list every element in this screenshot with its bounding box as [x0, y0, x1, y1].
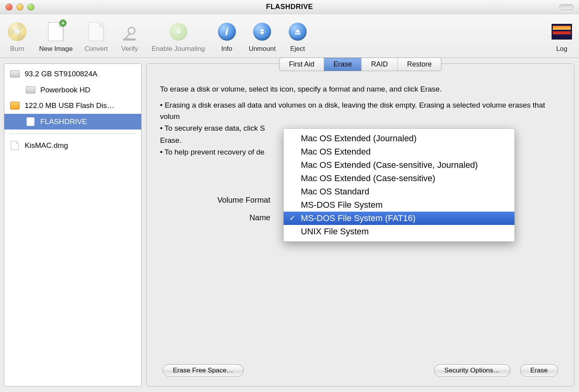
new-image-label: New Image [39, 45, 73, 53]
log-label: Log [556, 45, 567, 53]
window-title: FLASHDRIVE [0, 3, 579, 11]
harddisk-icon [26, 86, 35, 94]
info-button[interactable]: i Info [217, 22, 237, 53]
sidebar-separator [10, 133, 136, 134]
dmg-icon [11, 141, 19, 150]
titlebar: FLASHDRIVE [0, 0, 579, 14]
svg-rect-1 [123, 38, 136, 40]
verify-icon [120, 22, 140, 42]
format-option[interactable]: Mac OS Extended (Case-sensitive) [284, 172, 514, 185]
new-image-button[interactable]: + New Image [39, 22, 73, 53]
volume-icon [27, 117, 34, 126]
enable-journaling-label: Enable Journaling [152, 45, 205, 53]
erase-intro-text: To erase a disk or volume, select its ic… [160, 85, 561, 94]
sidebar-item-label: 93.2 GB ST9100824A [25, 68, 97, 80]
volume-format-label: Volume Format [195, 196, 273, 205]
format-option[interactable]: UNIX File System [284, 225, 514, 238]
info-label: Info [221, 45, 232, 53]
sidebar-item-label: 122.0 MB USB Flash Dis… [25, 100, 114, 111]
burn-icon [8, 22, 27, 41]
sidebar-volume-flashdrive[interactable]: FLASHDRIVE [4, 114, 141, 130]
sidebar-item-label: FLASHDRIVE [40, 116, 87, 128]
sidebar-volume-powerbook[interactable]: Powerbook HD [4, 82, 141, 98]
enable-journaling-button[interactable]: Enable Journaling [152, 22, 205, 53]
format-option[interactable]: MS-DOS File System [284, 198, 514, 212]
toolbar-toggle-pill[interactable] [559, 4, 574, 10]
unmount-label: Unmount [249, 45, 276, 53]
verify-label: Verify [121, 45, 138, 53]
format-option[interactable]: Mac OS Extended [284, 145, 514, 158]
log-button[interactable]: Log [552, 22, 572, 53]
eject-button[interactable]: Eject [288, 22, 308, 53]
harddisk-icon [10, 70, 20, 77]
volume-format-menu[interactable]: Mac OS Extended (Journaled) Mac OS Exten… [283, 128, 515, 242]
convert-label: Convert [85, 45, 108, 53]
erase-button-bar: Erase Free Space… Security Options… Eras… [147, 364, 574, 377]
tab-restore[interactable]: Restore [398, 58, 441, 71]
sidebar-item-label: Powerbook HD [40, 85, 90, 96]
log-icon [552, 24, 572, 40]
tab-raid[interactable]: RAID [362, 58, 398, 71]
tab-erase[interactable]: Erase [324, 58, 361, 71]
eject-label: Eject [290, 45, 305, 53]
format-option-selected[interactable]: MS-DOS File System (FAT16) [284, 212, 514, 225]
toolbar: Burn + New Image Convert Verify Enable J… [0, 14, 579, 58]
sidebar-disk-usb[interactable]: 122.0 MB USB Flash Dis… [4, 98, 141, 114]
volume-name-label: Name [195, 213, 273, 222]
erase-button[interactable]: Erase [520, 364, 558, 377]
journaling-icon [169, 23, 187, 41]
erase-free-space-button[interactable]: Erase Free Space… [162, 364, 244, 377]
sidebar-item-label: KisMAC.dmg [25, 140, 68, 151]
unmount-icon [253, 23, 271, 41]
format-option[interactable]: Mac OS Extended (Journaled) [284, 132, 514, 145]
tab-first-aid[interactable]: First Aid [279, 58, 324, 71]
device-sidebar: 93.2 GB ST9100824A Powerbook HD 122.0 MB… [4, 63, 142, 387]
burn-button[interactable]: Burn [7, 22, 27, 53]
convert-icon [88, 22, 104, 41]
format-option[interactable]: Mac OS Extended (Case-sensitive, Journal… [284, 158, 514, 172]
eject-icon [289, 23, 307, 41]
convert-button[interactable]: Convert [85, 22, 108, 53]
usb-disk-icon [10, 102, 20, 110]
verify-button[interactable]: Verify [120, 22, 140, 53]
format-option[interactable]: Mac OS Standard [284, 185, 514, 198]
burn-label: Burn [10, 45, 24, 53]
svg-point-0 [128, 27, 135, 34]
info-icon: i [218, 23, 236, 41]
sidebar-image-kismac[interactable]: KisMAC.dmg [4, 138, 141, 154]
new-image-icon: + [48, 22, 64, 41]
security-options-button[interactable]: Security Options… [434, 364, 511, 377]
svg-rect-2 [295, 33, 300, 34]
erase-bullet-1: • Erasing a disk erases all data and vol… [160, 100, 561, 122]
sidebar-disk-internal[interactable]: 93.2 GB ST9100824A [4, 66, 141, 82]
unmount-button[interactable]: Unmount [249, 22, 276, 53]
tab-bar: First Aid Erase RAID Restore [279, 58, 441, 71]
